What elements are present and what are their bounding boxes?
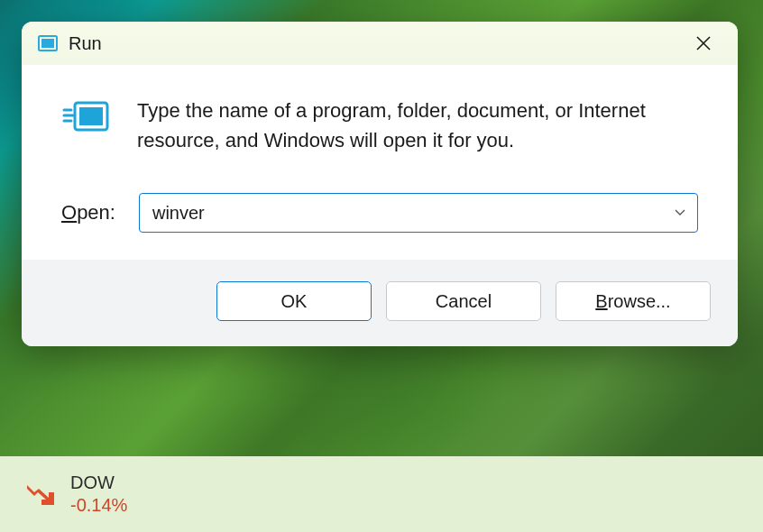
open-label: Open:: [61, 201, 115, 225]
desktop-background: Run Type the name of a program, fo: [0, 0, 763, 532]
svg-rect-1: [41, 39, 54, 48]
dialog-title: Run: [69, 33, 102, 54]
ok-button[interactable]: OK: [216, 281, 372, 321]
open-combobox[interactable]: [139, 193, 698, 233]
chevron-down-icon[interactable]: [674, 205, 686, 221]
stock-widget[interactable]: DOW -0.14%: [25, 472, 127, 517]
cancel-button[interactable]: Cancel: [386, 281, 541, 321]
run-icon: [61, 96, 112, 137]
button-bar: OK Cancel Browse...: [22, 260, 738, 346]
stock-name: DOW: [70, 472, 127, 494]
run-dialog: Run Type the name of a program, fo: [22, 22, 738, 346]
open-input[interactable]: [152, 203, 661, 224]
stock-down-icon: [25, 479, 56, 509]
run-app-icon: [38, 33, 58, 53]
titlebar: Run: [22, 22, 738, 65]
dialog-description: Type the name of a program, folder, docu…: [137, 96, 698, 155]
taskbar: DOW -0.14%: [0, 456, 763, 532]
dialog-body: Type the name of a program, folder, docu…: [22, 65, 738, 260]
close-icon: [695, 35, 712, 51]
close-button[interactable]: [684, 25, 723, 61]
svg-rect-5: [79, 107, 103, 125]
stock-change: -0.14%: [70, 494, 127, 517]
browse-button[interactable]: Browse...: [556, 281, 711, 321]
